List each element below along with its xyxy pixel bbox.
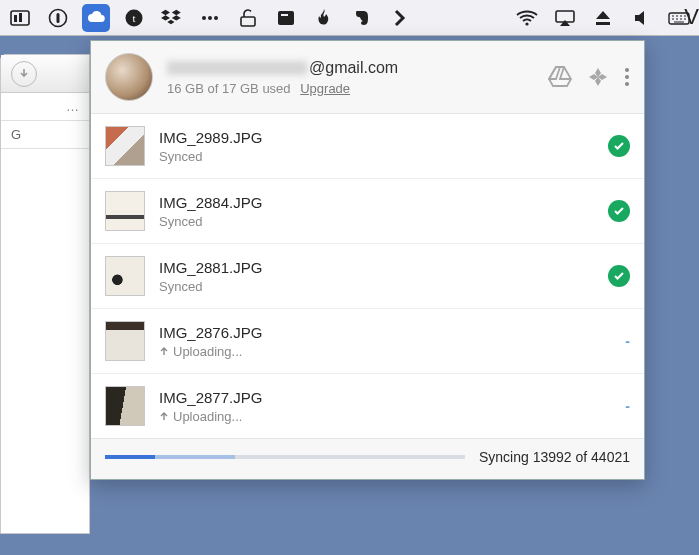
- svg-point-7: [202, 16, 206, 20]
- tray-icon-wifi[interactable]: [513, 4, 541, 32]
- background-window: … G: [0, 54, 90, 534]
- svg-rect-11: [278, 11, 294, 25]
- file-status: Uploading...: [159, 409, 611, 424]
- tray-icon-eject[interactable]: [589, 4, 617, 32]
- synced-check-icon: [608, 265, 630, 287]
- drive-icon[interactable]: [548, 66, 572, 88]
- email-blurred-part: [167, 61, 307, 75]
- tray-icon-backup-cloud[interactable]: [82, 4, 110, 32]
- panel-footer: Syncing 13992 of 44021: [91, 438, 644, 479]
- file-row[interactable]: IMG_2989.JPG Synced: [91, 114, 644, 179]
- upload-arrow-icon: [159, 346, 169, 356]
- upgrade-link[interactable]: Upgrade: [300, 81, 350, 96]
- synced-check-icon: [608, 200, 630, 222]
- upload-arrow-icon: [159, 411, 169, 421]
- file-row[interactable]: IMG_2877.JPG Uploading... -: [91, 374, 644, 438]
- user-email: @gmail.com: [167, 59, 548, 77]
- more-menu-icon[interactable]: [624, 66, 630, 88]
- file-name: IMG_2876.JPG: [159, 324, 611, 341]
- menubar: t V: [0, 0, 699, 36]
- sync-progress-bar: [105, 455, 465, 459]
- uploading-indicator-icon: -: [625, 398, 630, 414]
- storage-usage: 16 GB of 17 GB used: [167, 81, 291, 96]
- tray-icon-circle-t[interactable]: t: [120, 4, 148, 32]
- file-thumbnail: [105, 256, 145, 296]
- file-status: Synced: [159, 149, 594, 164]
- file-status: Synced: [159, 214, 594, 229]
- progress-mid-segment: [155, 455, 234, 459]
- photos-icon[interactable]: [586, 65, 610, 89]
- file-list: IMG_2989.JPG Synced IMG_2884.JPG Synced …: [91, 114, 644, 438]
- svg-rect-12: [281, 14, 288, 16]
- sync-count-text: Syncing 13992 of 44021: [479, 449, 630, 465]
- tray-icon-1password[interactable]: [44, 4, 72, 32]
- file-thumbnail: [105, 321, 145, 361]
- file-name: IMG_2881.JPG: [159, 259, 594, 276]
- tray-icon-airplay[interactable]: [551, 4, 579, 32]
- tray-icon-meter[interactable]: [6, 4, 34, 32]
- svg-rect-1: [14, 15, 17, 22]
- file-status: Synced: [159, 279, 594, 294]
- truncated-app-letter: V: [684, 4, 699, 30]
- svg-point-9: [214, 16, 218, 20]
- file-status: Uploading...: [159, 344, 611, 359]
- tray-icon-flame[interactable]: [310, 4, 338, 32]
- svg-text:t: t: [132, 12, 135, 24]
- tray-icon-dropbox[interactable]: [158, 4, 186, 32]
- user-avatar[interactable]: [105, 53, 153, 101]
- file-row[interactable]: IMG_2884.JPG Synced: [91, 179, 644, 244]
- file-thumbnail: [105, 191, 145, 231]
- tray-icon-unlock[interactable]: [234, 4, 262, 32]
- uploading-indicator-icon: -: [625, 333, 630, 349]
- svg-point-18: [625, 75, 629, 79]
- panel-header: @gmail.com 16 GB of 17 GB used Upgrade: [91, 41, 644, 114]
- file-row[interactable]: IMG_2881.JPG Synced: [91, 244, 644, 309]
- svg-point-13: [525, 22, 528, 25]
- svg-point-19: [625, 82, 629, 86]
- tray-icon-chevron[interactable]: [386, 4, 414, 32]
- file-name: IMG_2877.JPG: [159, 389, 611, 406]
- bg-row-label: G: [11, 127, 21, 142]
- svg-rect-4: [57, 13, 60, 23]
- drive-sync-panel: @gmail.com 16 GB of 17 GB used Upgrade I…: [90, 40, 645, 480]
- svg-point-8: [208, 16, 212, 20]
- tray-icon-overflow[interactable]: [196, 4, 224, 32]
- svg-rect-2: [19, 13, 22, 22]
- download-circle-icon: [11, 61, 37, 87]
- file-thumbnail: [105, 126, 145, 166]
- synced-check-icon: [608, 135, 630, 157]
- file-thumbnail: [105, 386, 145, 426]
- tray-icon-evernote[interactable]: [348, 4, 376, 32]
- file-name: IMG_2989.JPG: [159, 129, 594, 146]
- file-row[interactable]: IMG_2876.JPG Uploading... -: [91, 309, 644, 374]
- file-name: IMG_2884.JPG: [159, 194, 594, 211]
- progress-dark-segment: [105, 455, 155, 459]
- tray-icon-doc[interactable]: [272, 4, 300, 32]
- tray-icon-volume[interactable]: [627, 4, 655, 32]
- svg-rect-15: [596, 22, 610, 25]
- svg-rect-10: [241, 17, 255, 26]
- svg-point-17: [625, 68, 629, 72]
